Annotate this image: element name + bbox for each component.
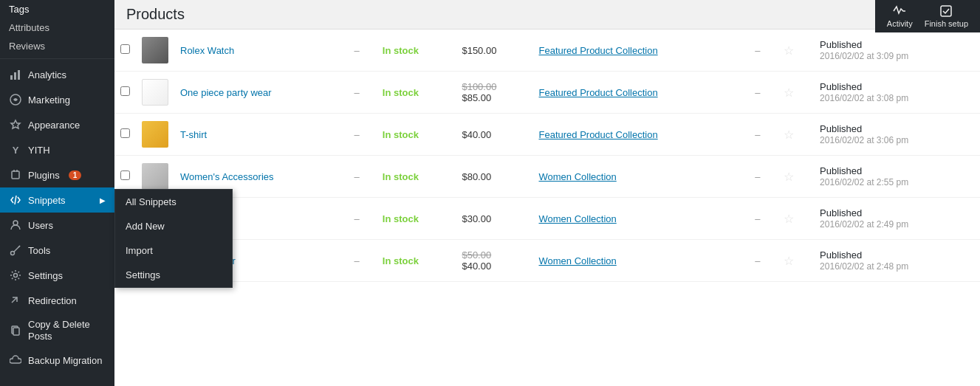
product-category-link[interactable]: Featured Product Collection [539, 45, 658, 56]
snippets-all-snippets[interactable]: All Snippets [115, 190, 232, 214]
product-star-cell: ☆ [778, 156, 815, 198]
product-name-link[interactable]: One piece party wear [180, 87, 272, 98]
product-image [142, 37, 168, 63]
sidebar-item-tools[interactable]: Tools [0, 238, 114, 263]
plugins-badge: 1 [69, 170, 82, 180]
product-category-link[interactable]: Featured Product Collection [539, 87, 658, 98]
svg-rect-4 [12, 171, 19, 179]
product-category-link[interactable]: Featured Product Collection [539, 129, 658, 140]
sidebar-item-reviews[interactable]: Reviews [0, 37, 114, 55]
sidebar-item-backup-migration[interactable]: Backup Migration [0, 348, 114, 373]
table-row: Women's Accessories – In stock $80.00 Wo… [114, 156, 980, 198]
row-checkbox[interactable] [120, 170, 130, 180]
star-icon[interactable]: ☆ [784, 128, 794, 141]
product-image [142, 163, 168, 190]
svg-point-8 [13, 221, 18, 225]
star-icon[interactable]: ☆ [784, 170, 794, 183]
activity-button[interactable]: Activity [887, 4, 913, 28]
row-checkbox[interactable] [120, 86, 130, 96]
product-stock-cell: In stock [377, 198, 456, 240]
sidebar-item-marketing[interactable]: Marketing [0, 87, 114, 112]
appearance-icon [9, 118, 22, 131]
snippets-label: Snippets [28, 195, 66, 206]
table-row: Causal Wear – In stock $50.00$40.00 Wome… [114, 240, 980, 282]
product-sku-cell: – [348, 156, 376, 198]
product-category-cell: Women Collection [533, 156, 750, 198]
row-checkbox-cell [114, 30, 136, 72]
product-status-cell: Published 2016/02/02 at 2:49 pm [814, 198, 980, 240]
finish-setup-button[interactable]: Finish setup [925, 4, 968, 28]
product-tags-cell: – [749, 30, 777, 72]
product-tags-cell: – [749, 72, 777, 114]
product-image [142, 121, 168, 148]
product-price-cell: $40.00 [456, 114, 532, 156]
marketing-icon [9, 93, 22, 106]
snippets-dropdown: All Snippets Add New Import Settings [114, 189, 233, 288]
product-sku-cell: – [348, 72, 376, 114]
star-icon[interactable]: ☆ [784, 213, 794, 225]
snippets-cursor: ▶ [100, 196, 106, 204]
product-price-cell: $80.00 [456, 156, 532, 198]
table-row: T-shirt – In stock $40.00 Featured Produ… [114, 114, 980, 156]
yith-icon: Y [9, 143, 22, 156]
star-icon[interactable]: ☆ [784, 255, 794, 267]
product-price-cell: $50.00$40.00 [456, 240, 532, 282]
top-bar: Activity Finish setup [875, 0, 980, 32]
product-tags-cell: – [749, 156, 777, 198]
snippets-settings[interactable]: Settings [115, 263, 232, 287]
product-name-link[interactable]: Rolex Watch [180, 45, 234, 56]
snippets-import[interactable]: Import [115, 238, 232, 263]
analytics-icon [9, 68, 22, 81]
product-status-cell: Published 2016/02/02 at 3:09 pm [814, 30, 980, 72]
svg-line-13 [12, 297, 17, 303]
product-status-cell: Published 2016/02/02 at 2:48 pm [814, 240, 980, 282]
table-row: One piece party wear – In stock $100.00$… [114, 72, 980, 114]
product-category-cell: Featured Product Collection [533, 114, 750, 156]
sidebar-item-snippets[interactable]: Snippets ▶ [0, 187, 114, 213]
product-category-link[interactable]: Women Collection [539, 213, 617, 224]
sidebar-item-plugins[interactable]: Plugins 1 [0, 162, 114, 187]
sidebar-item-analytics[interactable]: Analytics [0, 62, 114, 87]
sidebar-item-redirection[interactable]: Redirection [0, 288, 114, 313]
yith-label: YITH [28, 145, 50, 156]
sidebar-item-attributes[interactable]: Attributes [0, 18, 114, 37]
product-stock-cell: In stock [377, 72, 456, 114]
product-name-link[interactable]: T-shirt [180, 129, 207, 140]
row-checkbox[interactable] [120, 44, 130, 54]
product-price-cell: $100.00$85.00 [456, 72, 532, 114]
tools-icon [9, 244, 22, 257]
product-image-cell [136, 30, 174, 72]
star-icon[interactable]: ☆ [784, 86, 794, 99]
users-label: Users [28, 220, 53, 231]
product-category-link[interactable]: Women Collection [539, 255, 617, 266]
row-checkbox[interactable] [120, 128, 130, 138]
table-row: Converse – In stock $30.00 Women Collect… [114, 198, 980, 240]
snippets-add-new[interactable]: Add New [115, 214, 232, 238]
star-icon[interactable]: ☆ [784, 44, 794, 57]
analytics-label: Analytics [28, 69, 66, 80]
product-name-link[interactable]: Women's Accessories [180, 171, 274, 182]
product-category-cell: Featured Product Collection [533, 30, 750, 72]
products-table: Rolex Watch – In stock $150.00 Featured … [114, 30, 980, 282]
product-tags-cell: – [749, 114, 777, 156]
sidebar-top-section: Tags Attributes Reviews [0, 0, 114, 59]
sidebar-item-settings[interactable]: Settings [0, 263, 114, 288]
product-sku-cell: – [348, 114, 376, 156]
tools-label: Tools [28, 245, 50, 256]
svg-rect-16 [941, 6, 951, 16]
product-status-cell: Published 2016/02/02 at 3:06 pm [814, 114, 980, 156]
sidebar-item-copy-delete-posts[interactable]: Copy & Delete Posts [0, 313, 114, 348]
sidebar-item-users[interactable]: Users [0, 213, 114, 238]
redirection-icon [9, 294, 22, 307]
sidebar-item-tags[interactable]: Tags [0, 0, 114, 18]
row-checkbox-cell [114, 114, 136, 156]
product-stock-cell: In stock [377, 30, 456, 72]
sidebar-item-appearance[interactable]: Appearance [0, 112, 114, 137]
product-stock-cell: In stock [377, 240, 456, 282]
products-table-container[interactable]: Rolex Watch – In stock $150.00 Featured … [114, 30, 980, 386]
sidebar-item-yith[interactable]: Y YITH [0, 137, 114, 162]
finish-setup-label: Finish setup [925, 19, 968, 28]
product-category-link[interactable]: Women Collection [539, 171, 617, 182]
product-category-cell: Women Collection [533, 240, 750, 282]
product-name-cell: Rolex Watch [174, 30, 348, 72]
